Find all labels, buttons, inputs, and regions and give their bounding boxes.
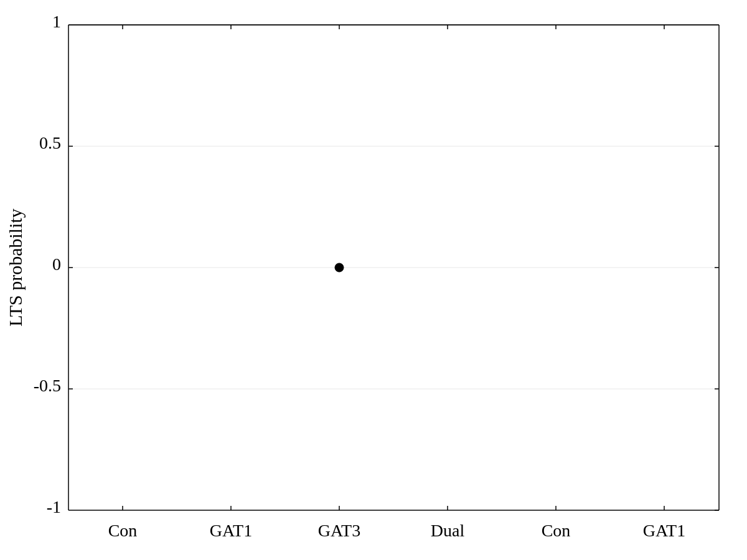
y-tick-label-n05: -0.5 bbox=[34, 376, 61, 395]
x-tick-label-dual: Dual bbox=[431, 521, 465, 540]
chart-svg: 1 0.5 0 -0.5 -1 Con GAT1 GAT3 Dual Con G… bbox=[0, 0, 747, 560]
y-tick-label-1: 1 bbox=[52, 12, 61, 31]
x-tick-label-gat1-2: GAT1 bbox=[643, 521, 685, 540]
x-tick-label-con2: Con bbox=[542, 521, 571, 540]
chart-container: 1 0.5 0 -0.5 -1 Con GAT1 GAT3 Dual Con G… bbox=[0, 0, 747, 560]
x-tick-label-gat1-1: GAT1 bbox=[210, 521, 252, 540]
y-tick-label-n1: -1 bbox=[47, 497, 61, 516]
y-axis-label: LTS probability bbox=[5, 208, 26, 327]
x-tick-label-con1: Con bbox=[108, 521, 138, 540]
y-tick-label-05: 0.5 bbox=[39, 133, 61, 152]
x-tick-label-gat3: GAT3 bbox=[318, 521, 360, 540]
y-tick-label-0: 0 bbox=[52, 254, 61, 274]
data-point-gat3 bbox=[335, 263, 344, 272]
